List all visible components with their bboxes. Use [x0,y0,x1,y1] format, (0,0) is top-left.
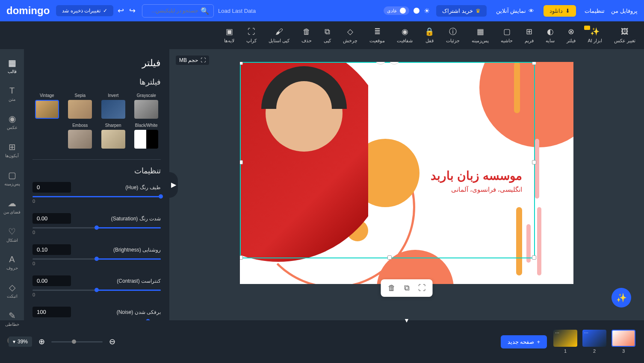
filter-bw[interactable]: Black/White [132,123,161,149]
tool-لایه‌ها[interactable]: ▣لایه‌ها [224,27,234,44]
slider-thumb[interactable] [159,194,163,199]
tool-چرخش[interactable]: ◇چرخش [343,27,357,44]
rotate-handle[interactable]: ⟳ [375,62,386,64]
search-input[interactable] [147,8,198,14]
tool-کپی استایل[interactable]: 🖌کپی استایل [269,27,290,44]
selection-box[interactable]: ✥ ⟳ [240,62,535,258]
collapse-button[interactable]: ▼ [404,317,410,324]
sidetab-حروف[interactable]: Aحروف [4,252,20,272]
preview-button[interactable]: 👁 نمایش آنلاین [491,5,540,17]
resize-handle-br[interactable] [532,255,536,260]
slider-track[interactable] [32,196,161,197]
theme-toggle[interactable] [414,8,419,14]
slider-thumb[interactable] [95,257,99,261]
page-thumb-1[interactable]: ⋯1 [553,330,577,354]
resize-handle-tr[interactable] [532,62,536,65]
undo-button[interactable]: ↩ [118,6,124,15]
sidetab-اتیکت[interactable]: ◇اتیکت [5,280,20,301]
sidetab-icon: ⊞ [9,142,16,152]
page-thumb-3[interactable]: ⋯3 [612,330,635,354]
sidetab-فضای من[interactable]: ☁فضای من [1,196,23,217]
load-data-button[interactable]: Load Last Data [218,8,256,14]
logo[interactable]: domingo [6,5,50,17]
tool-پس‌زمینه[interactable]: ▦پس‌زمینه [472,27,489,44]
search-box[interactable]: 🔍 [142,4,214,18]
tool-قفل[interactable]: 🔒قفل [425,27,434,44]
profile-menu[interactable]: پروفایل من [611,8,638,14]
zoom-thumb[interactable] [72,340,76,344]
sidetab-icon: ✎ [9,310,16,321]
tool-فیلتر[interactable]: ⊗فیلتر [567,27,576,44]
resize-handle-tl[interactable] [240,62,243,65]
size-badge[interactable]: ⛶ حجم MB [176,56,209,65]
sidetab-قالب[interactable]: ▦قالب [6,56,19,76]
zoom-slider[interactable] [51,341,103,343]
filter-invert[interactable]: Invert [99,93,128,119]
tool-فریم[interactable]: ⊞فریم [525,27,534,44]
tool-موقعیت[interactable]: ≣موقعیت [369,27,385,44]
subscription-button[interactable]: ♛ خرید اشتراک [436,5,487,17]
slider-track[interactable] [32,258,161,260]
slider-thumb[interactable] [95,225,99,230]
sidetab-پس‌زمینه[interactable]: ▢پس‌زمینه [2,168,22,188]
filter-grayscale[interactable]: Grayscale [132,93,161,119]
sidetab-label: اتیکت [7,294,18,299]
sidetab-اشکال[interactable]: ♡اشکال [4,224,20,245]
tool-حذف[interactable]: 🗑حذف [301,27,312,44]
sidetab-عکس[interactable]: ◉عکس [5,111,20,132]
slider-value[interactable]: 0.00 [32,213,71,224]
sidetab-آیکون‌ها[interactable]: ⊞آیکون‌ها [3,140,21,160]
crop-icon[interactable]: ⛶ [418,284,426,293]
tool-ابزار AI[interactable]: ✨ابزار AI [588,27,602,44]
sun-icon[interactable]: ☀ [424,7,430,15]
slider-value[interactable]: 0.10 [32,244,71,255]
slider-thumb[interactable] [95,288,99,292]
redo-button[interactable]: ↪ [129,6,136,15]
sidetab-label: حروف [6,266,18,270]
resize-handle-r[interactable] [532,160,536,164]
tool-سایه[interactable]: ◐سایه [546,27,555,44]
filter-vintage[interactable]: Vintage [32,93,62,119]
zoom-value[interactable]: ▾ 39% [9,337,32,347]
tool-کپی[interactable]: ⧉کپی [324,27,331,44]
resize-handle-b[interactable] [387,255,392,260]
slider-طیف رنگ (Hue): طیف رنگ (Hue)00 [32,182,161,204]
resize-handle-bl[interactable] [240,255,243,260]
download-button[interactable]: ⬇ دانلود [544,5,576,17]
tool-label: کپی استایل [269,38,290,44]
canvas-area[interactable]: ⛶ حجم MB موسسه زبان باربد انگلیسی، فرانس… [169,49,644,320]
filter-emboss[interactable]: Emboss [66,123,95,149]
new-page-button[interactable]: صفحه جدید + [501,335,547,348]
settings-link[interactable]: تنظیمات [585,8,605,14]
canvas[interactable]: موسسه زبان باربد انگلیسی، فرانسوی، آلمان… [240,62,573,284]
slider-thumb[interactable] [146,319,150,320]
slider-track[interactable] [32,227,161,228]
tool-کراپ[interactable]: ⛶کراپ [246,27,257,44]
slider-value[interactable]: 0.00 [32,275,71,286]
filter-sharpen[interactable]: Sharpen [99,123,128,149]
sidetab-متن[interactable]: Tمتن [6,84,18,104]
slider-value[interactable]: 0 [32,182,71,193]
page-thumb-2[interactable]: ⋯2 [582,330,606,354]
delete-icon[interactable]: 🗑 [388,284,396,293]
magic-button[interactable]: ✨ [612,288,631,307]
tool-تغییر عکس[interactable]: 🖼تغییر عکس [614,27,635,44]
copy-icon[interactable]: ⧉ [404,284,410,293]
tool-حاشیه[interactable]: ▢حاشیه [501,27,513,44]
zoom-in-icon[interactable]: ⊕ [38,337,45,346]
zoom-out-icon[interactable]: ⊖ [109,337,115,346]
slider-track[interactable] [32,290,161,291]
sidetab-خطاطی[interactable]: ✎خطاطی [3,308,21,329]
resize-handle-l[interactable] [240,160,243,164]
tool-جزئیات[interactable]: ⓘجزئیات [446,27,460,44]
filter-sepia[interactable]: Sepia [66,93,95,119]
tool-label: قفل [425,38,434,44]
crown-icon: ♛ [476,8,481,14]
move-handle[interactable]: ✥ [389,62,400,64]
expand-panel-button[interactable]: ▶ [169,172,178,198]
tool-شفافیت[interactable]: ◉شفافیت [397,27,413,44]
tool-icon: ⛶ [248,27,255,36]
slider-value[interactable]: 100 [32,307,71,317]
mode-pill[interactable]: عادی [384,6,409,15]
subscription-label: خرید اشتراک [442,8,473,14]
